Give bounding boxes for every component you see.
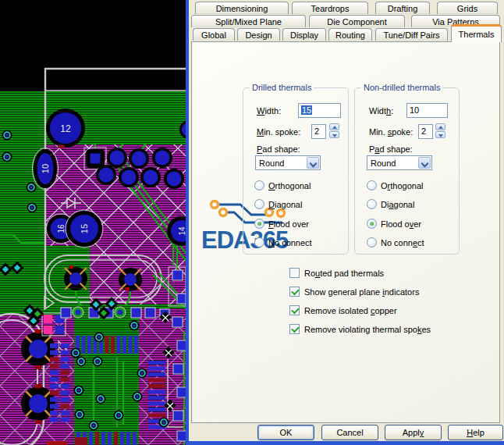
drilled-radio-no-connect[interactable] [254, 237, 264, 247]
checkbox-remove-isolated-copper-label[interactable]: Remove isolated copper [304, 306, 397, 316]
non-drilled-radio-diagonal[interactable] [367, 199, 377, 209]
non-drilled-width-input[interactable]: 10 [406, 103, 448, 118]
spin-up-button[interactable] [435, 123, 445, 130]
group-title-non-drilled: Non-drilled thermals [361, 83, 442, 93]
tab-dimensioning[interactable]: Dimensioning [195, 2, 289, 14]
pad-label-14: 14 [178, 226, 186, 236]
drilled-radio-flood-over-label[interactable]: Flood over [268, 219, 309, 230]
drilled-pad-shape-value: Round [259, 158, 284, 169]
checkbox-routed-pad-thermals[interactable] [289, 268, 300, 278]
group-drilled-thermals: Drilled thermals Width: 15 Min. spoke: 2… [243, 87, 349, 255]
pad-label-10: 10 [41, 164, 50, 173]
spin-down-button[interactable] [435, 131, 445, 138]
checkbox-routed-pad-thermals-label[interactable]: Routed pad thermals [304, 269, 384, 279]
checkbox-remove-isolated-copper[interactable] [289, 305, 300, 315]
non-drilled-pad-shape-label: Pad shape: [369, 144, 413, 155]
drilled-radio-orthogonal-label[interactable]: Orthogonal [268, 181, 311, 191]
drilled-radio-diagonal[interactable] [254, 199, 264, 209]
non-drilled-min-spoke-input[interactable]: 2 [418, 124, 433, 139]
tab-display[interactable]: Display [282, 28, 326, 41]
checkbox-show-general-plane-indicators[interactable] [289, 287, 300, 297]
apply-button[interactable]: Apply [385, 425, 442, 440]
tab-routing[interactable]: Routing [328, 28, 372, 41]
tab-global[interactable]: Global [193, 28, 235, 41]
checkbox-remove-violating-thermal-spokes[interactable] [289, 324, 300, 334]
drilled-width-value: 15 [301, 105, 312, 115]
drilled-radio-flood-over[interactable] [254, 219, 264, 229]
drilled-width-label: Width: [257, 106, 281, 116]
tab-tune-diff-pairs[interactable]: Tune/Diff Pairs [375, 28, 448, 41]
non-drilled-radio-diagonal-label[interactable]: Diagonal [381, 200, 414, 210]
tab-die-component[interactable]: Die Component [309, 15, 405, 27]
help-button[interactable]: Help [448, 425, 503, 440]
tab-design[interactable]: Design [237, 28, 280, 41]
checkbox-show-general-plane-indicators-label[interactable]: Show general plane indicators [304, 287, 419, 297]
pcb-canvas[interactable]: 12 10 16 [0, 0, 190, 445]
non-drilled-radio-flood-over-label[interactable]: Flood over [381, 219, 421, 230]
pad-label-16: 16 [57, 224, 66, 233]
non-drilled-width-label: Width: [369, 106, 393, 116]
non-drilled-radio-flood-over[interactable] [367, 219, 377, 229]
tab-split-mixed-plane[interactable]: Split/Mixed Plane [191, 15, 306, 27]
spin-up-button[interactable] [329, 123, 339, 130]
cancel-button[interactable]: Cancel [321, 425, 378, 440]
group-title-drilled: Drilled thermals [250, 83, 314, 93]
non-drilled-radio-no-connect[interactable] [367, 237, 377, 247]
tab-thermals[interactable]: Thermals [451, 24, 502, 42]
non-drilled-min-spoke-spinner [435, 123, 445, 139]
tab-grids[interactable]: Grids [437, 2, 498, 14]
drilled-pad-shape-select[interactable]: Round [255, 155, 321, 170]
non-drilled-radio-no-connect-label[interactable]: No connect [381, 238, 424, 248]
drilled-radio-diagonal-label[interactable]: Diagonal [268, 200, 302, 210]
tab-drafting[interactable]: Drafting [375, 2, 430, 14]
drilled-min-spoke-label: Min. spoke: [257, 127, 300, 137]
screenshot-root: 12 10 16 [0, 0, 504, 445]
drilled-radio-no-connect-label[interactable]: No connect [268, 238, 312, 248]
drilled-pad-shape-label: Pad shape: [257, 144, 300, 155]
drilled-radio-orthogonal[interactable] [254, 180, 264, 190]
non-drilled-radio-orthogonal[interactable] [367, 180, 377, 190]
non-drilled-pad-shape-value: Round [371, 158, 396, 169]
non-drilled-min-spoke-label: Min. spoke: [369, 127, 413, 137]
pad-label-15: 15 [80, 224, 89, 233]
dialog-window-border-left [186, 0, 189, 445]
ok-button[interactable]: OK [257, 425, 314, 440]
drilled-width-input[interactable]: 15 [298, 103, 341, 118]
pad-label-12: 12 [60, 123, 71, 134]
non-drilled-radio-orthogonal-label[interactable]: Orthogonal [381, 181, 423, 191]
spin-down-button[interactable] [329, 131, 339, 138]
group-non-drilled-thermals: Non-drilled thermals Width: 10 Min. spok… [354, 87, 460, 255]
dialog-window-border-bottom [186, 441, 504, 445]
drilled-min-spoke-input[interactable]: 2 [311, 124, 326, 139]
checkbox-remove-violating-thermal-spokes-label[interactable]: Remove violating thermal spokes [304, 325, 431, 335]
chevron-down-icon[interactable] [307, 157, 319, 169]
drilled-min-spoke-spinner [329, 123, 339, 139]
non-drilled-pad-shape-select[interactable]: Round [367, 155, 432, 170]
chevron-down-icon[interactable] [418, 157, 431, 169]
tab-teardrops[interactable]: Teardrops [292, 2, 368, 14]
